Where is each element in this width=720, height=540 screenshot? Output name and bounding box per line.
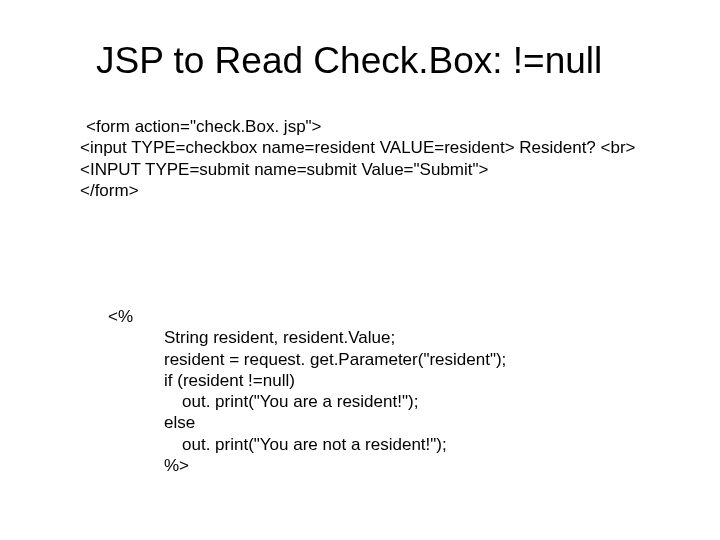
code-line: else [108,412,506,433]
jsp-code-block: <% String resident, resident.Value; resi… [108,306,506,476]
form-code-block: <form action="check.Box. jsp"> <input TY… [80,116,636,201]
code-line: resident = request. get.Parameter("resid… [108,349,506,370]
code-line: </form> [80,180,636,201]
code-line: <% [108,306,506,327]
code-line: if (resident !=null) [108,370,506,391]
code-line: out. print("You are not a resident!"); [108,434,506,455]
slide-title: JSP to Read Check.Box: !=null [96,40,602,82]
code-line: <form action="check.Box. jsp"> [86,116,636,137]
code-line: <INPUT TYPE=submit name=submit Value="Su… [80,159,636,180]
code-line: <input TYPE=checkbox name=resident VALUE… [80,137,636,158]
code-line: %> [108,455,506,476]
code-line: out. print("You are a resident!"); [108,391,506,412]
code-line: String resident, resident.Value; [108,327,506,348]
slide: JSP to Read Check.Box: !=null <form acti… [0,0,720,540]
